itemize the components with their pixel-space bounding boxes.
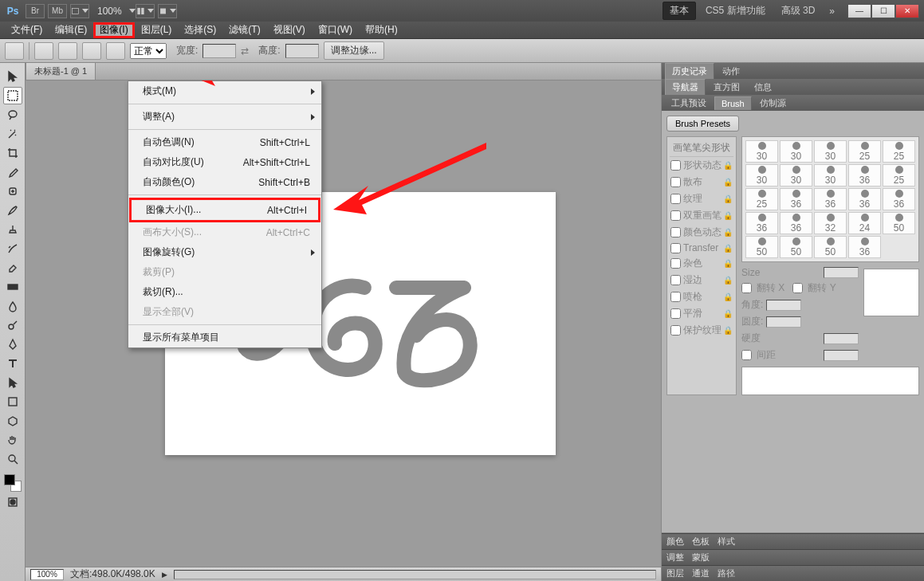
- brush-preset-cell[interactable]: 36: [883, 188, 915, 210]
- brush-opt-color-dynamics[interactable]: 颜色动态🔒: [670, 224, 733, 241]
- menu-file[interactable]: 文件(F): [5, 22, 49, 38]
- workspace-basic[interactable]: 基本: [663, 2, 696, 20]
- workspace-3d[interactable]: 高级 3D: [775, 2, 822, 19]
- pen-tool[interactable]: [3, 336, 22, 353]
- brush-preset-cell[interactable]: 36: [780, 212, 812, 234]
- angle-input[interactable]: [766, 300, 801, 311]
- screen-mode-button[interactable]: [136, 4, 155, 18]
- brush-size-input[interactable]: [824, 267, 859, 278]
- blend-mode-select[interactable]: 正常: [130, 43, 167, 59]
- magic-wand-tool[interactable]: [3, 125, 22, 143]
- path-selection-tool[interactable]: [3, 374, 22, 391]
- brush-preset-cell[interactable]: 36: [848, 164, 881, 186]
- tab-color[interactable]: 颜色: [666, 536, 684, 548]
- 3d-tool[interactable]: [3, 412, 22, 430]
- brush-preset-cell[interactable]: 36: [848, 188, 881, 210]
- selection-add-button[interactable]: [58, 42, 77, 60]
- menu-view[interactable]: 视图(V): [267, 22, 312, 38]
- brush-preset-cell[interactable]: 25: [883, 140, 915, 163]
- gradient-tool[interactable]: [3, 278, 22, 296]
- swap-icon[interactable]: ⇄: [241, 45, 249, 57]
- brush-opt-smoothing[interactable]: 平滑🔒: [670, 305, 733, 322]
- bridge-button[interactable]: Br: [26, 4, 45, 18]
- tab-channels[interactable]: 通道: [692, 567, 710, 579]
- brush-opt-shape-dynamics[interactable]: 形状动态🔒: [670, 157, 733, 174]
- brush-angle-preview[interactable]: [863, 269, 919, 316]
- tab-navigator[interactable]: 导航器: [665, 79, 706, 95]
- selection-intersect-button[interactable]: [106, 42, 125, 60]
- spacing-input[interactable]: [824, 350, 859, 361]
- menu-window[interactable]: 窗口(W): [312, 22, 359, 38]
- brush-opt-noise[interactable]: 杂色🔒: [670, 255, 733, 272]
- menu-filter[interactable]: 滤镜(T): [222, 22, 266, 38]
- tab-histogram[interactable]: 直方图: [707, 80, 746, 95]
- brush-tip-shape-label[interactable]: 画笔笔尖形状: [670, 139, 733, 157]
- tab-clone-source[interactable]: 仿制源: [753, 96, 792, 111]
- brush-opt-wet-edges[interactable]: 湿边🔒: [670, 272, 733, 289]
- brush-opt-transfer[interactable]: Transfer🔒: [670, 241, 733, 255]
- menu-item-trim[interactable]: 裁切(R)...: [128, 282, 321, 302]
- brush-preset-cell[interactable]: 36: [848, 236, 881, 258]
- tab-history[interactable]: 历史记录: [665, 63, 714, 79]
- tab-brush[interactable]: Brush: [714, 96, 752, 110]
- height-input[interactable]: [285, 44, 319, 58]
- color-panel-collapsed[interactable]: 颜色 色板 样式: [662, 533, 924, 549]
- brush-preset-cell[interactable]: 50: [745, 236, 778, 258]
- brush-preset-cell[interactable]: 36: [780, 188, 812, 210]
- menu-item-crop[interactable]: 裁剪(P): [128, 262, 321, 282]
- brush-preset-cell[interactable]: 30: [745, 164, 778, 186]
- menu-image[interactable]: 图像(I): [93, 22, 134, 38]
- tab-layers[interactable]: 图层: [666, 567, 684, 579]
- quick-mask-button[interactable]: [3, 493, 22, 511]
- tab-styles[interactable]: 样式: [718, 536, 735, 548]
- history-brush-tool[interactable]: [3, 240, 22, 257]
- selection-subtract-button[interactable]: [82, 42, 101, 60]
- eyedropper-tool[interactable]: [3, 163, 22, 181]
- healing-brush-tool[interactable]: [3, 183, 22, 200]
- tab-adjustments[interactable]: 调整: [666, 552, 684, 563]
- width-input[interactable]: [202, 44, 236, 58]
- menu-select[interactable]: 选择(S): [178, 22, 222, 38]
- brush-opt-texture[interactable]: 纹理🔒: [670, 190, 733, 207]
- brush-preset-cell[interactable]: 25: [848, 140, 881, 163]
- roundness-input[interactable]: [766, 316, 801, 328]
- selection-new-button[interactable]: [34, 42, 53, 60]
- minimize-button[interactable]: —: [847, 4, 871, 18]
- tab-actions[interactable]: 动作: [716, 64, 746, 79]
- brush-preset-cell[interactable]: 36: [814, 188, 847, 210]
- close-button[interactable]: ✕: [895, 4, 919, 18]
- brush-preset-cell[interactable]: 25: [745, 188, 778, 210]
- minibridge-button[interactable]: Mb: [48, 4, 67, 18]
- spacing-checkbox[interactable]: [741, 350, 752, 360]
- horizontal-scrollbar[interactable]: [174, 570, 656, 579]
- brush-preset-cell[interactable]: 30: [780, 140, 812, 163]
- screen-arrange-button[interactable]: [70, 4, 89, 18]
- refine-edge-button[interactable]: 调整边缘...: [324, 41, 384, 60]
- brush-tool[interactable]: [3, 202, 22, 219]
- chevron-down-icon[interactable]: [129, 9, 136, 13]
- menu-item-image-size[interactable]: 图像大小(I)...Alt+Ctrl+I: [129, 198, 320, 222]
- menu-item-auto-contrast[interactable]: 自动对比度(U)Alt+Shift+Ctrl+L: [128, 152, 321, 172]
- menu-help[interactable]: 帮助(H): [359, 22, 404, 38]
- clone-stamp-tool[interactable]: [3, 221, 22, 238]
- document-tab[interactable]: 未标题-1 @ 1: [26, 62, 96, 80]
- eraser-tool[interactable]: [3, 259, 22, 277]
- brush-preset-cell[interactable]: 30: [814, 140, 847, 163]
- brush-preset-cell[interactable]: 50: [883, 212, 915, 234]
- brush-opt-airbrush[interactable]: 喷枪🔒: [670, 289, 733, 305]
- tab-paths[interactable]: 路径: [718, 567, 735, 579]
- zoom-tool[interactable]: [3, 450, 22, 468]
- brush-preset-cell[interactable]: 50: [780, 236, 812, 258]
- brush-preset-grid[interactable]: 3030302525303030362525363636363636322450…: [741, 136, 919, 262]
- hand-tool[interactable]: [3, 431, 22, 449]
- type-tool[interactable]: [3, 355, 22, 372]
- menu-item-auto-tone[interactable]: 自动色调(N)Shift+Ctrl+L: [128, 132, 321, 152]
- brush-preset-cell[interactable]: 30: [745, 140, 778, 163]
- brush-presets-button[interactable]: Brush Presets: [666, 116, 739, 132]
- workspace-more-icon[interactable]: »: [829, 6, 835, 17]
- crop-tool[interactable]: [3, 144, 22, 162]
- move-tool[interactable]: [3, 68, 22, 85]
- maximize-button[interactable]: ☐: [871, 4, 895, 18]
- zoom-level[interactable]: 100%: [97, 6, 122, 17]
- menu-item-show-all[interactable]: 显示所有菜单项目: [128, 328, 321, 347]
